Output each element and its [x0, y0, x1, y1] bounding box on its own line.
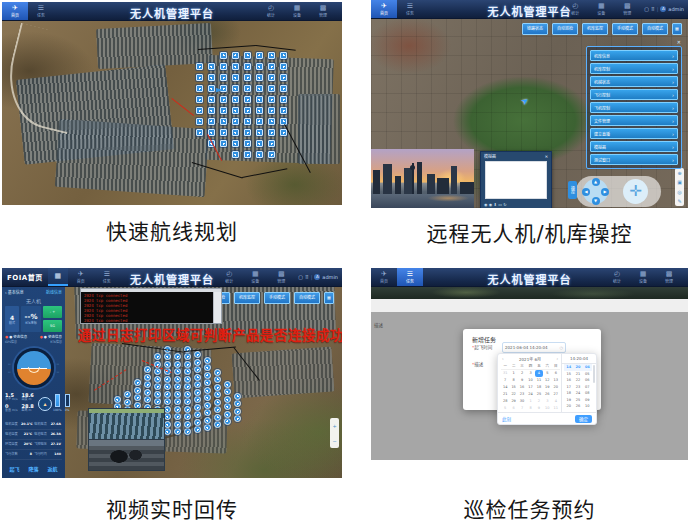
waypoint-marker[interactable] — [194, 374, 201, 381]
waypoint-marker[interactable] — [144, 396, 151, 403]
waypoint-marker[interactable] — [224, 381, 231, 388]
nav-item-4[interactable]: ▩管理 — [614, 0, 640, 18]
calendar-date[interactable]: 23 — [518, 391, 526, 398]
waypoint-marker[interactable] — [244, 129, 251, 136]
city-video-feed[interactable] — [371, 149, 474, 208]
waypoint-marker[interactable] — [164, 353, 171, 360]
time-cell[interactable]: 26 — [573, 403, 582, 410]
simulator-window[interactable]: 模拟器 ✕ ◉ ◉ ⬇ ▭ ↻ — [480, 151, 552, 208]
waypoint-marker[interactable] — [184, 361, 191, 368]
calendar-date[interactable]: 20 — [552, 384, 560, 391]
waypoint-marker[interactable] — [164, 421, 171, 428]
waypoint-marker[interactable] — [204, 372, 211, 379]
calendar-date[interactable]: 30 — [518, 398, 526, 405]
waypoint-marker[interactable] — [174, 391, 181, 398]
waypoint-marker[interactable] — [256, 118, 263, 125]
nav-item-4[interactable]: ▩管理 — [268, 268, 294, 286]
waypoint-marker[interactable] — [268, 107, 275, 114]
close-icon[interactable]: ✕ — [677, 39, 681, 45]
waypoint-marker[interactable] — [194, 389, 201, 396]
waypoint-marker[interactable] — [232, 107, 239, 114]
waypoint-marker[interactable] — [164, 391, 171, 398]
waypoint-marker[interactable] — [220, 107, 227, 114]
calendar-date[interactable]: 1 — [509, 370, 517, 377]
takeoff-time-input[interactable]: 2021-06-04 14:20:04 ◷ — [502, 342, 566, 353]
nav-item-4[interactable]: ▩管理 — [310, 2, 336, 20]
arrow-up-button[interactable]: ▲ — [592, 178, 600, 186]
waypoint-marker[interactable] — [214, 376, 221, 383]
satellite-map[interactable] — [2, 2, 342, 205]
waypoint-marker[interactable] — [232, 52, 239, 59]
waypoint-marker[interactable] — [224, 411, 231, 418]
waypoint-marker[interactable] — [232, 140, 239, 147]
apps-icon[interactable]: ⠿ — [651, 6, 655, 12]
nav-item-0[interactable]: ✈首页 — [2, 2, 28, 20]
calendar-date[interactable]: 9 — [535, 405, 543, 412]
waypoint-marker[interactable] — [204, 387, 211, 394]
waypoint-marker[interactable] — [144, 374, 151, 381]
apps-icon[interactable]: ⠿ — [305, 274, 309, 280]
waypoint-marker[interactable] — [194, 426, 201, 433]
waypoint-marker[interactable] — [164, 406, 171, 413]
waypoint-marker[interactable] — [256, 140, 263, 147]
waypoint-marker[interactable] — [214, 406, 221, 413]
waypoint-marker[interactable] — [144, 381, 151, 388]
calendar-date[interactable]: 22 — [509, 391, 517, 398]
waypoint-marker[interactable] — [174, 428, 181, 435]
layers-icon[interactable]: ▣ — [677, 179, 682, 185]
waypoint-marker[interactable] — [224, 388, 231, 395]
waypoint-marker[interactable] — [224, 396, 231, 403]
waypoint-marker[interactable] — [268, 151, 275, 158]
waypoint-marker[interactable] — [204, 379, 211, 386]
nav-item-2[interactable]: ◴统计 — [216, 268, 242, 286]
waypoint-marker[interactable] — [256, 52, 263, 59]
waypoint-marker[interactable] — [256, 107, 263, 114]
toolbar-button-4[interactable]: 自动模式 — [642, 23, 668, 35]
waypoint-marker[interactable] — [184, 383, 191, 390]
next-month-icon[interactable]: › — [556, 356, 558, 361]
nav-item-1[interactable]: ☰任务 — [397, 0, 423, 18]
now-link[interactable]: 此刻 — [502, 416, 511, 422]
waypoint-marker[interactable] — [194, 366, 201, 373]
waypoint-marker[interactable] — [232, 118, 239, 125]
waypoint-marker[interactable] — [204, 417, 211, 424]
calendar-date[interactable]: 1 — [526, 398, 534, 405]
waypoint-marker[interactable] — [280, 96, 287, 103]
time-cell[interactable]: 20 — [564, 403, 573, 410]
waypoint-marker[interactable] — [196, 63, 203, 70]
waypoint-marker[interactable] — [174, 376, 181, 383]
waypoint-marker[interactable] — [184, 413, 191, 420]
menu-item-3[interactable]: 飞行控制› — [590, 89, 678, 100]
toolbar-more-button[interactable]: ▦ — [324, 292, 334, 304]
close-icon[interactable]: ✕ — [545, 154, 548, 159]
waypoint-marker[interactable] — [114, 396, 121, 403]
back-link[interactable]: ‹ 基本信息 — [5, 289, 24, 295]
waypoint-marker[interactable] — [214, 399, 221, 406]
waypoint-marker[interactable] — [208, 85, 215, 92]
log-window[interactable]: 2024 tcp connected2024 tcp connected2024… — [80, 288, 222, 324]
calendar-date[interactable]: 6 — [509, 405, 517, 412]
waypoint-marker[interactable] — [234, 415, 241, 422]
arrow-left-button[interactable]: ◀ — [582, 188, 590, 196]
nav-item-1[interactable]: ☰任务 — [397, 268, 423, 286]
waypoint-marker[interactable] — [184, 398, 191, 405]
nav-item-2[interactable]: ◴统计 — [604, 268, 630, 286]
calendar-date[interactable]: 24 — [526, 391, 534, 398]
waypoint-marker[interactable] — [196, 74, 203, 81]
calendar-date[interactable]: 6 — [552, 370, 560, 377]
toolbar-button-3[interactable]: 手动模式 — [612, 23, 638, 35]
waypoint-marker[interactable] — [244, 52, 251, 59]
menu-item-1[interactable]: 机库控制› — [590, 63, 678, 74]
waypoint-marker[interactable] — [174, 368, 181, 375]
waypoint-marker[interactable] — [220, 85, 227, 92]
waypoint-marker[interactable] — [144, 389, 151, 396]
waypoint-marker[interactable] — [244, 63, 251, 70]
waypoint-marker[interactable] — [194, 419, 201, 426]
prev-month-icon[interactable]: ‹ — [502, 356, 504, 361]
waypoint-marker[interactable] — [256, 74, 263, 81]
waypoint-marker[interactable] — [204, 357, 211, 364]
calendar-date[interactable]: 16 — [518, 384, 526, 391]
calendar-date[interactable]: 5 — [501, 405, 509, 412]
waypoint-marker[interactable] — [244, 85, 251, 92]
menu-item-7[interactable]: 模拟器› — [590, 141, 678, 152]
